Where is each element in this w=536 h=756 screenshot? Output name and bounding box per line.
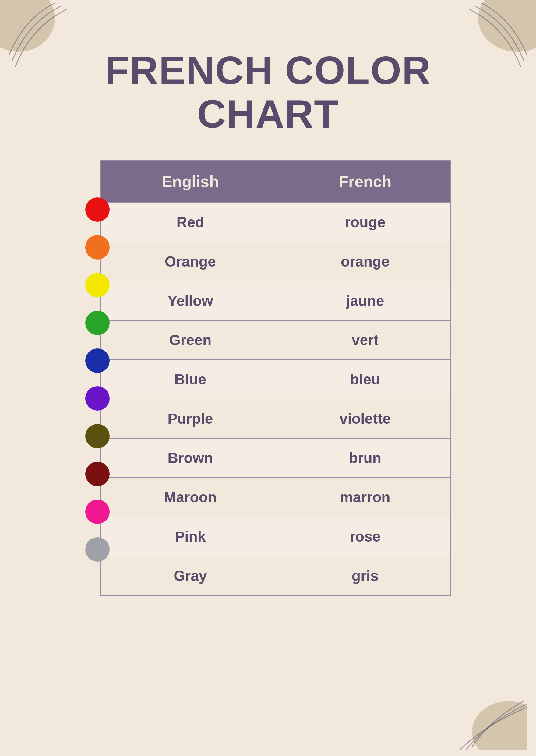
table-row: Bluebleu bbox=[101, 360, 451, 399]
cell-english-brown: Brown bbox=[101, 438, 280, 478]
decoration-top-right bbox=[457, 0, 536, 79]
svg-point-1 bbox=[478, 0, 536, 52]
table-header-row: English French bbox=[101, 160, 451, 203]
cell-english-purple: Purple bbox=[101, 399, 280, 438]
cell-french-pink: rose bbox=[280, 517, 451, 556]
decoration-top-left bbox=[0, 0, 67, 67]
table-row: Purpleviolette bbox=[101, 399, 451, 438]
table-row: Brownbrun bbox=[101, 438, 451, 478]
color-dot-maroon bbox=[85, 462, 110, 486]
cell-french-orange: orange bbox=[280, 242, 451, 281]
table-body: RedrougeOrangeorangeYellowjauneGreenvert… bbox=[101, 203, 451, 596]
content-area: English French RedrougeOrangeorangeYello… bbox=[0, 160, 536, 596]
title-container: FRENCH COLOR CHART bbox=[0, 0, 536, 160]
color-dot-blue bbox=[85, 349, 110, 373]
header-english: English bbox=[101, 160, 280, 203]
cell-french-green: vert bbox=[280, 321, 451, 360]
table-row: Maroonmarron bbox=[101, 478, 451, 517]
table-wrapper: English French RedrougeOrangeorangeYello… bbox=[100, 160, 451, 596]
color-dot-pink bbox=[85, 499, 110, 524]
table-row: Greenvert bbox=[101, 321, 451, 360]
cell-english-blue: Blue bbox=[101, 360, 280, 399]
color-dot-gray bbox=[85, 537, 110, 562]
color-dot-orange bbox=[85, 235, 110, 259]
cell-french-gray: gris bbox=[280, 556, 451, 596]
table-row: Pinkrose bbox=[101, 517, 451, 556]
cell-english-maroon: Maroon bbox=[101, 478, 280, 517]
decoration-bottom-right bbox=[454, 677, 527, 750]
color-dots-column bbox=[85, 191, 110, 568]
header-french: French bbox=[280, 160, 451, 203]
cell-english-gray: Gray bbox=[101, 556, 280, 596]
table-row: Yellowjaune bbox=[101, 281, 451, 321]
color-dot-green bbox=[85, 311, 110, 335]
color-dot-purple bbox=[85, 386, 110, 411]
cell-french-yellow: jaune bbox=[280, 281, 451, 321]
table-row: Graygris bbox=[101, 556, 451, 596]
page-title: FRENCH COLOR CHART bbox=[0, 49, 536, 136]
color-dot-brown bbox=[85, 424, 110, 448]
cell-french-red: rouge bbox=[280, 203, 451, 242]
table-row: Orangeorange bbox=[101, 242, 451, 281]
color-table: English French RedrougeOrangeorangeYello… bbox=[100, 160, 451, 596]
cell-french-purple: violette bbox=[280, 399, 451, 438]
cell-english-yellow: Yellow bbox=[101, 281, 280, 321]
cell-french-brown: brun bbox=[280, 438, 451, 478]
cell-english-green: Green bbox=[101, 321, 280, 360]
cell-french-blue: bleu bbox=[280, 360, 451, 399]
cell-english-pink: Pink bbox=[101, 517, 280, 556]
cell-french-maroon: marron bbox=[280, 478, 451, 517]
table-row: Redrouge bbox=[101, 203, 451, 242]
color-dot-red bbox=[85, 197, 110, 222]
cell-english-orange: Orange bbox=[101, 242, 280, 281]
color-dot-yellow bbox=[85, 273, 110, 297]
cell-english-red: Red bbox=[101, 203, 280, 242]
